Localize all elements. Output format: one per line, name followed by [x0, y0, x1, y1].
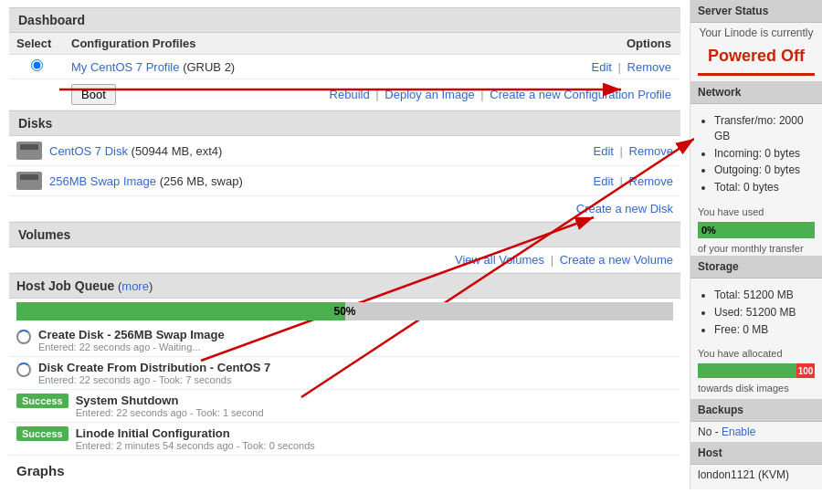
powered-off-label: Powered Off: [698, 43, 815, 76]
hq-more-link[interactable]: more: [121, 279, 149, 293]
job2-title: System Shutdown: [76, 394, 673, 407]
host-job-queue-header: Host Job Queue (more): [9, 273, 680, 299]
config-profiles-table: Select Configuration Profiles Options My…: [9, 33, 680, 110]
disk1-link[interactable]: CentOS 7 Disk: [49, 144, 128, 158]
disk2-info: 256MB Swap Image (256 MB, swap): [49, 174, 594, 188]
disk1-remove-link[interactable]: Remove: [629, 144, 673, 158]
disk1-actions: Edit | Remove: [594, 144, 673, 158]
job-row-3: Success Linode Initial Configuration Ent…: [9, 423, 680, 456]
deploy-link[interactable]: Deploy an Image: [385, 88, 474, 101]
storage-content: Total: 51200 MB Used: 51200 MB Free: 0 M…: [690, 278, 822, 346]
storage-list: Total: 51200 MB Used: 51200 MB Free: 0 M…: [698, 288, 815, 337]
job3-content: Linode Initial Configuration Entered: 2 …: [76, 426, 673, 451]
create-config-link[interactable]: Create a new Configuration Profile: [490, 88, 671, 101]
create-disk-link[interactable]: Create a new Disk: [576, 202, 673, 215]
dashboard-title: Dashboard: [18, 13, 85, 27]
disk2-row: 256MB Swap Image (256 MB, swap) Edit | R…: [9, 166, 680, 196]
create-volume-link[interactable]: Create a new Volume: [560, 253, 673, 267]
job0-title: Create Disk - 256MB Swap Image: [38, 328, 673, 341]
progress-bar-label: 50%: [16, 305, 673, 318]
transfer-bar: 0%: [698, 222, 815, 238]
disk2-icon: [16, 172, 42, 190]
towards-label: towards disk images: [690, 381, 822, 399]
job1-meta: Entered: 22 seconds ago - Took: 7 second…: [38, 374, 673, 385]
job2-badge: Success: [16, 394, 68, 408]
job3-badge: Success: [16, 426, 68, 441]
profile-detail: (GRUB 2): [183, 60, 235, 74]
network-outgoing: Outgoing: 0 bytes: [714, 163, 815, 178]
alloc-bar: 100: [698, 363, 815, 378]
storage-total: Total: 51200 MB: [714, 288, 815, 303]
backups-section-title: Backups: [690, 399, 822, 422]
job0-content: Create Disk - 256MB Swap Image Entered: …: [38, 328, 673, 352]
job3-title: Linode Initial Configuration: [76, 426, 673, 440]
network-total: Total: 0 bytes: [714, 180, 815, 195]
server-status-sub: Your Linode is currently: [690, 23, 822, 43]
storage-used: Used: 51200 MB: [714, 305, 815, 320]
volumes-title: Volumes: [18, 227, 70, 242]
storage-free: Free: 0 MB: [714, 322, 815, 338]
disk2-actions: Edit | Remove: [594, 174, 673, 188]
col-options: Options: [269, 33, 680, 55]
disk1-edit-link[interactable]: Edit: [594, 144, 614, 158]
alloc-bar-green: [698, 363, 796, 378]
progress-bar: 50%: [16, 302, 673, 320]
dashboard-header: Dashboard: [9, 7, 680, 33]
volumes-section-header: Volumes: [9, 222, 680, 247]
network-list: Transfer/mo: 2000 GB Incoming: 0 bytes O…: [698, 113, 815, 195]
job0-meta: Entered: 22 seconds ago - Waiting...: [38, 341, 673, 352]
network-section-title: Network: [690, 81, 822, 104]
create-disk-row: Create a new Disk: [9, 196, 680, 222]
disk2-remove-link[interactable]: Remove: [629, 174, 673, 188]
server-status-title: Server Status: [690, 0, 822, 23]
network-transfer: Transfer/mo: 2000 GB: [714, 113, 815, 144]
alloc-label: You have allocated: [690, 346, 822, 361]
volumes-links-row: View all Volumes | Create a new Volume: [9, 247, 680, 273]
alloc-bar-red: 100: [796, 363, 815, 378]
storage-section-title: Storage: [690, 256, 822, 278]
sidebar: Server Status Your Linode is currently P…: [690, 0, 822, 489]
job3-meta: Entered: 2 minutes 54 seconds ago - Took…: [76, 440, 673, 451]
edit-profile-link[interactable]: Edit: [592, 60, 612, 74]
network-content: Transfer/mo: 2000 GB Incoming: 0 bytes O…: [690, 104, 822, 205]
job1-content: Disk Create From Distribution - CentOS 7…: [38, 361, 673, 385]
disk2-edit-link[interactable]: Edit: [594, 174, 614, 188]
network-incoming: Incoming: 0 bytes: [714, 146, 815, 162]
hq-title: Host Job Queue: [16, 278, 114, 293]
transfer-percent: 0%: [698, 225, 716, 236]
host-value: london1121 (KVM): [690, 465, 822, 485]
main-content: Dashboard Select Configuration Profiles …: [0, 0, 690, 489]
job-row-0: Create Disk - 256MB Swap Image Entered: …: [9, 324, 680, 357]
boot-button[interactable]: Boot: [71, 84, 116, 105]
view-volumes-link[interactable]: View all Volumes: [455, 253, 544, 267]
backups-enable-link[interactable]: Enable: [722, 425, 755, 438]
profile-link[interactable]: My CentOS 7 Profile: [71, 60, 180, 74]
job1-title: Disk Create From Distribution - CentOS 7: [38, 361, 673, 374]
job0-spinner-icon: [16, 330, 31, 344]
monthly-transfer-label: of your monthly transfer: [690, 241, 822, 256]
col-config: Configuration Profiles: [64, 33, 269, 55]
remove-profile-link[interactable]: Remove: [627, 60, 671, 74]
job2-content: System Shutdown Entered: 22 seconds ago …: [76, 394, 673, 418]
disk2-detail: (256 MB, swap): [160, 174, 243, 188]
job-row-1: Disk Create From Distribution - CentOS 7…: [9, 357, 680, 390]
job2-meta: Entered: 22 seconds ago - Took: 1 second: [76, 407, 673, 418]
rebuild-link[interactable]: Rebuild: [330, 88, 370, 101]
disk2-link[interactable]: 256MB Swap Image: [49, 174, 156, 188]
profile-radio[interactable]: [31, 59, 43, 71]
transfer-used-label: You have used: [690, 205, 822, 219]
col-select: Select: [9, 33, 64, 55]
job-row-2: Success System Shutdown Entered: 22 seco…: [9, 390, 680, 423]
host-section-title: Host: [690, 442, 822, 465]
disk1-row: CentOS 7 Disk (50944 MB, ext4) Edit | Re…: [9, 136, 680, 166]
graphs-header: Graphs: [9, 456, 680, 482]
disks-title: Disks: [18, 116, 52, 131]
disk1-detail: (50944 MB, ext4): [132, 144, 223, 158]
job1-spinner-icon: [16, 362, 31, 377]
backups-content: No - Enable: [690, 422, 822, 442]
disk1-icon: [16, 142, 42, 160]
disks-section-header: Disks: [9, 110, 680, 136]
disk1-info: CentOS 7 Disk (50944 MB, ext4): [49, 144, 594, 158]
backups-status: No -: [698, 425, 719, 438]
